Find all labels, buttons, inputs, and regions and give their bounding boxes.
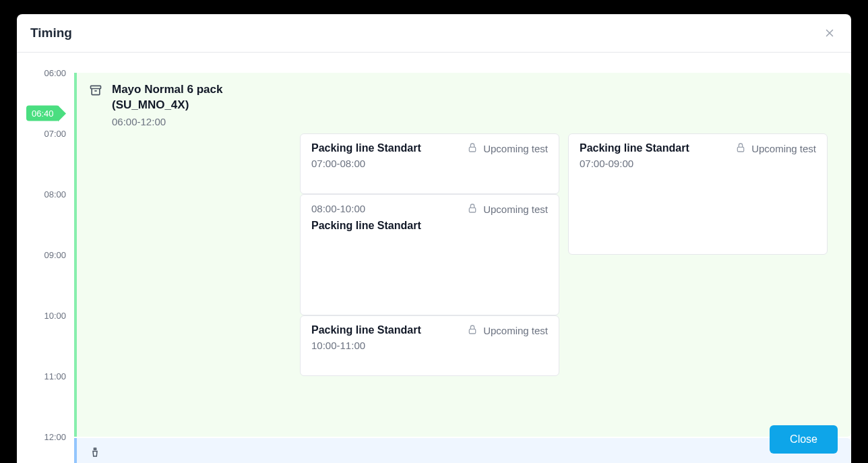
- task-status-text: Upcoming test: [483, 204, 548, 215]
- modal-title: Timing: [30, 26, 72, 40]
- task-time: 07:00-09:00: [580, 158, 816, 169]
- task-time: 08:00-10:00: [311, 203, 365, 214]
- task-card[interactable]: Packing line Standart Upcoming test 07:0…: [568, 133, 828, 255]
- svg-rect-5: [469, 208, 475, 212]
- svg-rect-6: [469, 329, 475, 334]
- modal-header: Timing: [17, 14, 851, 53]
- time-label: 10:00: [44, 311, 66, 321]
- svg-rect-7: [737, 147, 743, 152]
- task-status: Upcoming test: [735, 142, 816, 155]
- time-label: 06:00: [44, 68, 66, 78]
- task-time: 07:00-08:00: [311, 158, 548, 169]
- close-button[interactable]: Close: [770, 425, 838, 454]
- task-name: Packing line Standart: [311, 220, 548, 232]
- svg-rect-2: [91, 86, 101, 88]
- current-time-badge: 06:40: [26, 106, 59, 121]
- close-icon[interactable]: [822, 25, 838, 41]
- timeline-grid: Mayo Normal 6 pack(SU_MNO_4X) 06:00-12:0…: [74, 53, 851, 463]
- shift-name: Mayo Normal 6 pack(SU_MNO_4X): [112, 82, 222, 113]
- task-card[interactable]: 08:00-10:00 Upcoming test Packing line S…: [300, 194, 559, 315]
- task-status-text: Upcoming test: [483, 143, 548, 154]
- current-time-marker: 06:40: [26, 106, 59, 121]
- task-status: Upcoming test: [467, 142, 548, 155]
- task-name: Packing line Standart: [580, 142, 689, 154]
- spray-icon: [89, 446, 101, 461]
- task-card[interactable]: Packing line Standart Upcoming test 10:0…: [300, 315, 559, 376]
- time-label: 07:00: [44, 129, 66, 139]
- time-label: 12:00: [44, 432, 66, 442]
- task-status-text: Upcoming test: [483, 325, 548, 336]
- timeline: 06:0007:0008:0009:0010:0011:0012:0006:40…: [17, 53, 851, 463]
- task-status: Upcoming test: [467, 203, 548, 216]
- lock-icon: [467, 203, 478, 216]
- time-label: 08:00: [44, 189, 66, 199]
- time-label: 09:00: [44, 250, 66, 260]
- timing-modal: Timing 06:0007:0008:0009:0010:0011:0012:…: [17, 14, 851, 463]
- task-status: Upcoming test: [467, 324, 548, 337]
- task-time: 10:00-11:00: [311, 340, 548, 351]
- lock-icon: [467, 324, 478, 337]
- shift-time: 06:00-12:00: [112, 116, 222, 127]
- archive-icon: [89, 84, 102, 97]
- lock-icon: [735, 142, 746, 155]
- next-shift-block[interactable]: [74, 438, 851, 463]
- lock-icon: [467, 142, 478, 155]
- task-card[interactable]: Packing line Standart Upcoming test 07:0…: [300, 133, 559, 194]
- svg-rect-4: [469, 147, 475, 152]
- shift-header: Mayo Normal 6 pack(SU_MNO_4X) 06:00-12:0…: [77, 73, 851, 134]
- modal-body: 06:0007:0008:0009:0010:0011:0012:0006:40…: [17, 53, 851, 463]
- time-label: 11:00: [44, 371, 66, 381]
- task-name: Packing line Standart: [311, 142, 421, 154]
- task-name: Packing line Standart: [311, 324, 421, 336]
- time-axis: 06:0007:0008:0009:0010:0011:0012:0006:40: [17, 53, 74, 463]
- task-status-text: Upcoming test: [751, 143, 816, 154]
